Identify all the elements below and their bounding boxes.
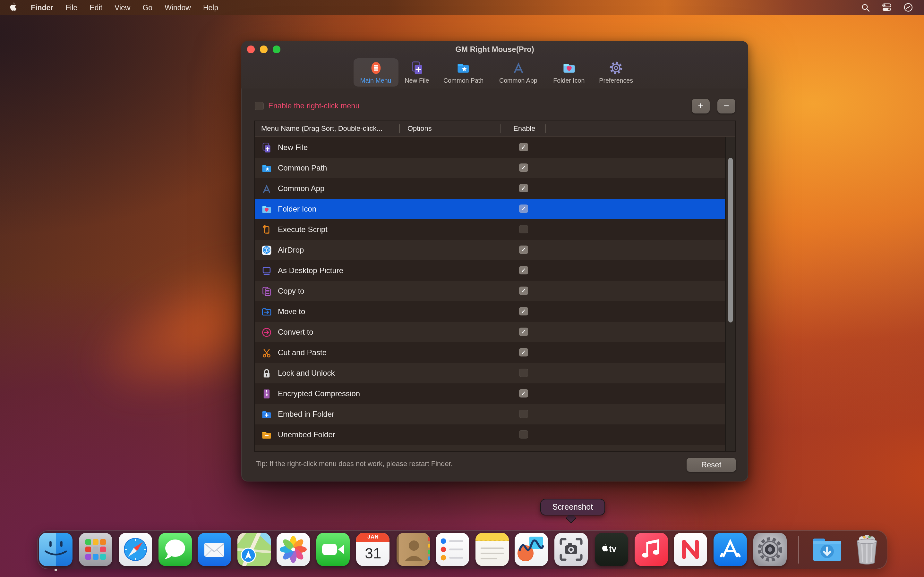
tab-main-menu[interactable]: Main Menu — [353, 58, 398, 87]
tab-new-file[interactable]: New File — [394, 58, 439, 87]
clock-icon[interactable] — [903, 2, 913, 13]
dock-safari-icon[interactable] — [119, 533, 152, 566]
table-row-move-to[interactable]: Move to — [255, 301, 726, 322]
enable-checkbox[interactable] — [519, 184, 528, 192]
tab-common-path[interactable]: Common Path — [438, 58, 489, 87]
menubar-app-name[interactable]: Finder — [31, 3, 53, 11]
dock-apple-tv-icon[interactable]: tv — [595, 533, 628, 566]
table-row-new-file[interactable]: New File — [255, 137, 726, 158]
tab-common-app[interactable]: Common App — [493, 58, 544, 87]
dock-contacts-icon[interactable] — [397, 533, 430, 566]
copy-to-icon — [261, 285, 272, 297]
table-row-folder-icon[interactable]: Folder Icon — [255, 199, 726, 219]
move-to-icon — [261, 306, 272, 317]
dock-photos-icon[interactable] — [277, 533, 310, 566]
control-center-icon[interactable] — [882, 2, 892, 13]
dock-launchpad-icon[interactable] — [79, 533, 112, 566]
enable-checkbox[interactable] — [519, 163, 528, 172]
enable-checkbox[interactable] — [519, 205, 528, 213]
enable-checkbox[interactable] — [519, 266, 528, 274]
table-row-encrypted-compression[interactable]: Encrypted Compression — [255, 384, 726, 404]
remove-menu-button[interactable]: − — [717, 99, 735, 113]
enable-checkbox[interactable] — [519, 410, 528, 418]
enable-right-click-row: Enable the right-click menu — [255, 101, 360, 110]
dock-freeform-icon[interactable] — [515, 533, 548, 566]
table-row-embed-in-folder[interactable]: Embed in Folder — [255, 404, 726, 424]
dock-screenshot-icon[interactable] — [554, 533, 588, 566]
row-label: Copy to — [278, 287, 304, 295]
dock-facetime-icon[interactable] — [317, 533, 350, 566]
dock-trash-icon[interactable] — [850, 533, 884, 566]
add-menu-button[interactable]: + — [692, 99, 710, 113]
add-remove-buttons: + − — [692, 99, 735, 113]
menu-table: Menu Name (Drag Sort, Double-click... Op… — [254, 121, 736, 452]
menubar-item-file[interactable]: File — [65, 3, 78, 11]
enable-checkbox[interactable] — [519, 327, 528, 336]
table-row-common-app[interactable]: Common App — [255, 178, 726, 199]
tab-preferences[interactable]: Preferences — [594, 58, 638, 87]
dock-reminders-icon[interactable] — [436, 533, 469, 566]
common-path-icon — [457, 60, 471, 76]
dock-app-store-icon[interactable] — [714, 533, 747, 566]
enable-checkbox[interactable] — [519, 143, 528, 151]
table-row-convert-to[interactable]: Convert to — [255, 322, 726, 342]
title-bar[interactable]: GM Right Mouse(Pro) — [241, 41, 748, 58]
enable-checkbox[interactable] — [519, 307, 528, 316]
enable-checkbox[interactable] — [519, 451, 528, 451]
menubar-item-help[interactable]: Help — [203, 3, 218, 11]
row-label: Convert to — [278, 327, 313, 337]
menu-bar: Finder FileEditViewGoWindowHelp — [0, 0, 924, 15]
column-separator[interactable] — [501, 124, 501, 133]
calendar-day: 31 — [357, 542, 390, 566]
column-header-menu-name[interactable]: Menu Name (Drag Sort, Double-click... — [261, 124, 383, 132]
running-indicator — [55, 568, 57, 571]
scrollbar-thumb[interactable] — [728, 158, 732, 322]
table-row-unembed-folder[interactable]: Unembed Folder — [255, 424, 726, 445]
dock-downloads-icon[interactable] — [811, 533, 844, 566]
enable-checkbox[interactable] — [519, 245, 528, 254]
dock-notes-icon[interactable] — [475, 533, 509, 566]
dock-finder-icon[interactable] — [39, 533, 73, 566]
column-separator[interactable] — [399, 124, 400, 133]
dock-news-icon[interactable] — [674, 533, 708, 566]
menubar-item-view[interactable]: View — [115, 3, 130, 11]
table-row-cut-and-paste[interactable]: Cut and Paste — [255, 342, 726, 363]
dock-maps-icon[interactable] — [237, 533, 271, 566]
table-row-common-path[interactable]: Common Path — [255, 158, 726, 178]
menubar-item-window[interactable]: Window — [165, 3, 191, 11]
reset-button[interactable]: Reset — [687, 458, 736, 472]
dock-system-settings-icon[interactable] — [754, 533, 787, 566]
table-row-as-desktop-picture[interactable]: As Desktop Picture — [255, 260, 726, 281]
column-header-enable[interactable]: Enable — [513, 124, 535, 132]
table-row-copy-to[interactable]: Copy to — [255, 281, 726, 301]
row-label: Cut and Paste — [278, 348, 326, 357]
scrollbar-track[interactable] — [725, 137, 735, 451]
menubar-item-go[interactable]: Go — [142, 3, 152, 11]
tab-label: Common App — [499, 77, 537, 84]
enable-checkbox[interactable] — [519, 348, 528, 356]
menubar-item-edit[interactable]: Edit — [89, 3, 102, 11]
dock-music-icon[interactable] — [635, 533, 668, 566]
table-row-airdrop[interactable]: AirDrop — [255, 240, 726, 260]
enable-checkbox[interactable] — [519, 389, 528, 398]
menu-table-header: Menu Name (Drag Sort, Double-click... Op… — [255, 121, 735, 137]
toolbar: Main MenuNew FileCommon PathCommon AppFo… — [241, 58, 748, 89]
dock-calendar-icon[interactable]: JAN31 — [357, 533, 390, 566]
table-row-lock-and-unlock[interactable]: Lock and Unlock — [255, 363, 726, 384]
enable-checkbox[interactable] — [519, 287, 528, 295]
dock-messages-icon[interactable] — [158, 533, 192, 566]
table-row-execute-script[interactable]: Execute Script — [255, 219, 726, 240]
enable-checkbox[interactable] — [519, 225, 528, 234]
enable-checkbox[interactable] — [519, 369, 528, 377]
apple-logo-icon[interactable] — [8, 2, 19, 13]
dock-mail-icon[interactable] — [198, 533, 231, 566]
table-row-color-picker[interactable]: Color PickerHEX value with "#" — [255, 445, 726, 451]
row-label: Execute Script — [278, 225, 328, 234]
enable-right-click-checkbox[interactable] — [255, 102, 264, 110]
column-header-options[interactable]: Options — [407, 124, 432, 132]
search-icon[interactable] — [861, 2, 871, 13]
convert-to-icon — [261, 327, 272, 338]
tab-folder-icon[interactable]: Folder Icon — [546, 58, 591, 87]
enable-checkbox[interactable] — [519, 430, 528, 438]
column-separator[interactable] — [545, 124, 546, 133]
